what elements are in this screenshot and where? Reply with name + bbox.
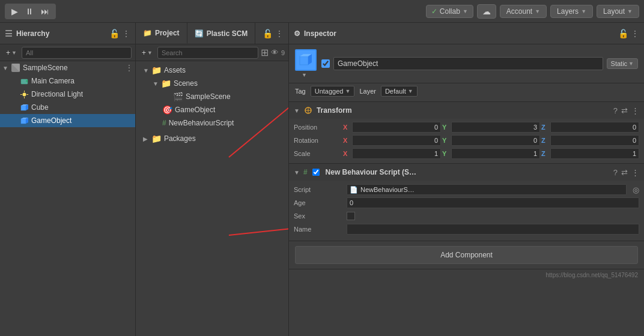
transform-help-button[interactable]: ? [613, 106, 618, 115]
position-y-input[interactable] [451, 122, 540, 133]
assets-label: Assets [164, 66, 186, 74]
rotation-y-input[interactable] [451, 135, 540, 146]
cloud-button[interactable]: ☁ [477, 4, 496, 19]
layout-arrow-icon: ▼ [627, 8, 633, 14]
hierarchy-item-gameobject[interactable]: GameObject [0, 114, 135, 127]
static-button[interactable]: Static ▼ [607, 58, 638, 69]
rotation-x-input[interactable] [352, 135, 441, 146]
project-add-button[interactable]: + ▼ [139, 47, 155, 58]
project-lock-button[interactable]: 🔓 [263, 29, 273, 38]
script-age-input[interactable] [347, 197, 639, 208]
inspector-header: ⚙ Inspector 🔓 ⋮ [289, 23, 644, 44]
go-file-icon: 🎯 [162, 105, 172, 115]
collab-button[interactable]: ✓ Collab ▼ [426, 5, 473, 18]
transform-header[interactable]: ▼ Transform ? ⇄ ⋮ [289, 102, 644, 119]
playback-controls: ▶ ⏸ ⏭ [5, 4, 56, 19]
script-script-label: Script [294, 186, 342, 193]
packages-expand-icon: ▶ [143, 136, 151, 142]
tag-label: Tag [295, 88, 306, 95]
layout-dropdown[interactable]: Layout ▼ [597, 5, 639, 18]
pos-z-axis-label: Z [541, 124, 548, 131]
account-dropdown[interactable]: Account ▼ [500, 5, 547, 18]
sex-checkbox[interactable] [347, 212, 355, 220]
transform-menu-button[interactable]: ⋮ [631, 106, 639, 115]
transform-fields: Position X Y Z Rotation [289, 119, 644, 163]
samplescene-file[interactable]: 🎬 SampleScene [141, 90, 284, 103]
samplescene-file-label: SampleScene [186, 92, 231, 101]
hierarchy-item-maincamera[interactable]: Main Camera [0, 74, 135, 88]
tag-arrow-icon: ▼ [345, 88, 350, 94]
gameobject-file[interactable]: 🎯 GameObject [141, 103, 284, 116]
collab-check-icon: ✓ [431, 7, 437, 16]
hierarchy-lock-button[interactable]: 🔓 [109, 29, 120, 38]
svg-point-3 [22, 92, 26, 96]
script-menu-button[interactable]: ⋮ [631, 168, 639, 177]
plus-icon: + [6, 49, 10, 57]
tab-project[interactable]: 📁 Project [136, 23, 187, 44]
script-settings-button[interactable]: ⇄ [621, 168, 628, 177]
cube-icon [19, 103, 29, 112]
gameobject-label: GameObject [31, 116, 71, 125]
assets-folder-icon: 📁 [151, 65, 162, 75]
script-component-header[interactable]: ▼ # New Behaviour Script (S… ? ⇄ ⋮ [289, 164, 644, 181]
pause-button[interactable]: ⏸ [22, 5, 37, 17]
samplescene-options-button[interactable]: ⋮ [126, 64, 133, 72]
inspector-gear-icon: ⚙ [294, 29, 300, 38]
gameobject-header-section: ▼ Static ▼ [289, 44, 644, 83]
tag-value: Untagged [315, 88, 344, 95]
script-name-input[interactable] [347, 224, 639, 235]
project-search-input[interactable] [157, 47, 258, 59]
project-filter-button[interactable]: ⊞ [261, 47, 269, 58]
assets-folder[interactable]: ▼ 📁 Assets [141, 64, 284, 77]
layers-dropdown[interactable]: Layers ▼ [550, 5, 593, 18]
project-eye-button[interactable]: 👁 [271, 48, 279, 57]
scale-y-input[interactable] [451, 148, 540, 159]
scale-x-input[interactable] [352, 148, 441, 159]
hierarchy-item-directionallight[interactable]: Directional Light [0, 88, 135, 101]
go-icon-group: ▼ [295, 49, 317, 78]
hierarchy-item-cube[interactable]: Cube [0, 101, 135, 114]
position-x-input[interactable] [352, 122, 441, 133]
rotation-z-input[interactable] [550, 135, 639, 146]
inspector-lock-button[interactable]: 🔓 [618, 29, 628, 38]
script-help-button[interactable]: ? [613, 168, 618, 177]
camera-icon [19, 76, 29, 86]
rot-x-axis-label: X [343, 137, 350, 144]
inspector-options-button[interactable]: ⋮ [631, 29, 639, 38]
transform-settings-button[interactable]: ⇄ [621, 106, 628, 115]
script-component: ▼ # New Behaviour Script (S… ? ⇄ ⋮ Scrip… [289, 164, 644, 241]
tag-dropdown[interactable]: Untagged ▼ [311, 86, 355, 97]
layer-dropdown[interactable]: Default ▼ [381, 86, 418, 97]
script-active-checkbox[interactable] [312, 169, 320, 176]
add-component-button[interactable]: Add Component [295, 246, 638, 264]
project-options-button[interactable]: ⋮ [275, 29, 284, 38]
go-active-checkbox[interactable] [321, 59, 330, 68]
tag-layer-row: Tag Untagged ▼ Layer Default ▼ [289, 83, 644, 102]
gameobject-file-label: GameObject [175, 106, 215, 114]
directionallight-label: Directional Light [31, 90, 83, 98]
project-header-options: 🔓 ⋮ [263, 29, 288, 38]
inspector-header-options: 🔓 ⋮ [618, 29, 639, 38]
go-name-input[interactable] [333, 57, 603, 70]
script-file-icon: 📄 [350, 186, 358, 194]
position-z-input[interactable] [550, 122, 639, 133]
hierarchy-item-samplescene[interactable]: ▼ SampleScene ⋮ [0, 61, 135, 74]
go-3d-icon [295, 49, 317, 71]
sca-z-axis-label: Z [541, 150, 548, 157]
step-button[interactable]: ⏭ [38, 5, 52, 17]
packages-folder[interactable]: ▶ 📁 Packages [141, 132, 284, 145]
newbehaviourscript-file[interactable]: # NewBehaviourScript [141, 116, 284, 130]
collab-label: Collab [440, 7, 460, 16]
tab-plastic-scm[interactable]: 🔄 Plastic SCM [187, 23, 256, 44]
play-button[interactable]: ▶ [8, 5, 21, 17]
samplescene-label: SampleScene [23, 64, 68, 72]
hierarchy-options-button[interactable]: ⋮ [122, 29, 130, 38]
script-target-button[interactable]: ◎ [633, 185, 639, 194]
hierarchy-add-button[interactable]: + ▼ [4, 47, 19, 58]
scale-y-field: Y [442, 148, 540, 160]
pos-x-axis-label: X [343, 124, 350, 131]
layer-arrow-icon: ▼ [408, 88, 413, 94]
scenes-folder[interactable]: ▼ 📁 Scenes [141, 77, 284, 90]
hierarchy-search-input[interactable] [22, 47, 132, 59]
scale-z-input[interactable] [550, 148, 639, 159]
